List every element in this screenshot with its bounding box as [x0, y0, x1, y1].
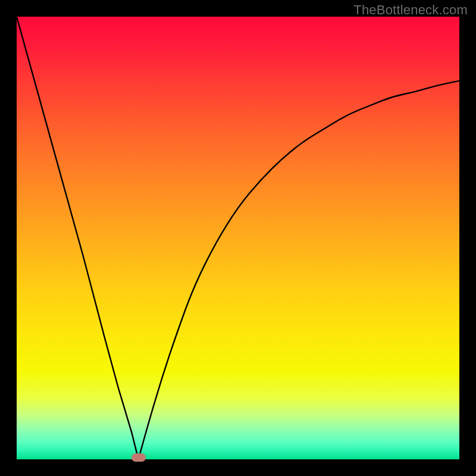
- curve-path: [17, 17, 459, 459]
- bottleneck-curve: [17, 17, 459, 459]
- optimal-marker: [131, 453, 146, 462]
- watermark-text: TheBottleneck.com: [353, 2, 468, 18]
- outer-frame: TheBottleneck.com: [0, 0, 476, 476]
